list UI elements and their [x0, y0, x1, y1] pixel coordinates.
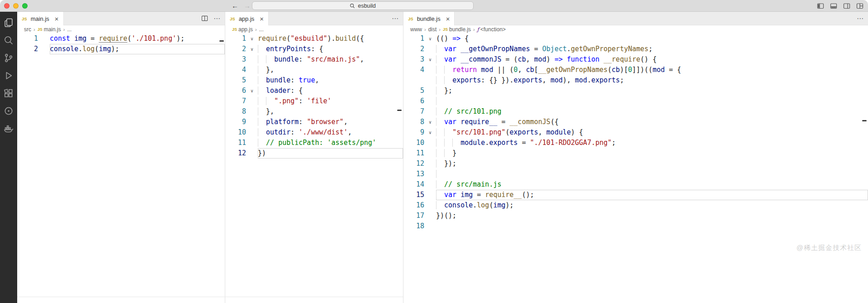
fold-chevron-icon[interactable]: ∨: [424, 54, 436, 65]
code-line[interactable]: 1∨require("esbuild").build({: [225, 34, 403, 44]
activitybar-remote-explorer[interactable]: [1, 102, 16, 120]
line-number[interactable]: 1: [225, 34, 246, 44]
toggle-secondary-sidebar-button[interactable]: [843, 2, 850, 10]
more-actions-icon[interactable]: ⋯: [213, 14, 220, 23]
tab-main-js[interactable]: JS main.js ×: [17, 12, 64, 25]
code-line[interactable]: 7 // src/101.png: [403, 106, 868, 117]
zoom-window-button[interactable]: [22, 3, 28, 9]
breadcrumb-item[interactable]: src: [24, 26, 31, 33]
code-line[interactable]: 4 },: [225, 65, 403, 75]
code-line[interactable]: 5 };: [403, 86, 868, 96]
activitybar-run-debug[interactable]: [1, 67, 16, 84]
toggle-panel-button[interactable]: [830, 2, 837, 10]
line-number[interactable]: 1: [17, 34, 38, 44]
line-number[interactable]: 6: [403, 96, 424, 106]
fold-chevron-icon[interactable]: ∨: [246, 86, 258, 96]
code-line[interactable]: 8∨ var require__ = __commonJS({: [403, 117, 868, 127]
code-line[interactable]: 15 var img = require__();: [403, 190, 868, 200]
code-line[interactable]: 17})();: [403, 211, 868, 221]
back-button[interactable]: ←: [232, 2, 238, 10]
line-number[interactable]: 17: [403, 211, 424, 221]
breadcrumb-item[interactable]: main.js: [44, 26, 61, 33]
activitybar-source-control[interactable]: [1, 49, 16, 67]
more-actions-icon[interactable]: ⋯: [857, 14, 863, 23]
code-line[interactable]: exports: {} }).exports, mod), mod.export…: [403, 75, 868, 86]
customize-layout-button[interactable]: [856, 2, 863, 10]
code-line[interactable]: 10 module.exports = "./101-RDO2GGA7.png"…: [403, 138, 868, 148]
code-line[interactable]: 9∨ "src/101.png"(exports, module) {: [403, 127, 868, 138]
code-line[interactable]: 2console.log(img);: [17, 44, 225, 54]
code-line[interactable]: 13: [403, 169, 868, 179]
line-number[interactable]: 9: [225, 117, 246, 127]
code-line[interactable]: 2∨ entryPoints: {: [225, 44, 403, 54]
line-number[interactable]: 8: [403, 117, 424, 127]
fold-chevron-icon[interactable]: ∨: [246, 34, 258, 44]
line-number[interactable]: 3: [225, 54, 246, 65]
line-number[interactable]: 2: [403, 44, 424, 54]
line-number[interactable]: 4: [403, 65, 424, 75]
line-number[interactable]: [403, 75, 424, 86]
code-line[interactable]: 3 bundle: "src/main.js",: [225, 54, 403, 65]
breadcrumb-item[interactable]: ...: [259, 26, 264, 33]
line-number[interactable]: 18: [403, 221, 424, 231]
minimize-window-button[interactable]: [13, 3, 19, 9]
code-line[interactable]: 4 return mod || (0, cb[__getOwnPropNames…: [403, 65, 868, 75]
activitybar-explorer[interactable]: [1, 14, 16, 31]
code-line[interactable]: 12 });: [403, 159, 868, 169]
line-number[interactable]: 7: [225, 96, 246, 106]
code-line[interactable]: 12}): [225, 148, 403, 159]
code-line[interactable]: 7 ".png": 'file': [225, 96, 403, 106]
line-number[interactable]: 4: [225, 65, 246, 75]
code-line[interactable]: 6∨ loader: {: [225, 86, 403, 96]
close-tab-icon[interactable]: ×: [55, 15, 59, 22]
line-number[interactable]: 15: [403, 190, 424, 200]
line-number[interactable]: 11: [403, 148, 424, 159]
line-number[interactable]: 2: [17, 44, 38, 54]
line-number[interactable]: 8: [225, 106, 246, 117]
code-line[interactable]: 1const img = require('./101.png');: [17, 34, 225, 44]
code-line[interactable]: 1∨(() => {: [403, 34, 868, 44]
more-actions-icon[interactable]: ⋯: [392, 14, 398, 23]
line-number[interactable]: 9: [403, 127, 424, 138]
code-line[interactable]: 3∨ var __commonJS = (cb, mod) => functio…: [403, 54, 868, 65]
code-editor-main-js[interactable]: 1const img = require('./101.png');2conso…: [17, 34, 225, 303]
close-tab-icon[interactable]: ×: [260, 15, 264, 22]
breadcrumb-item[interactable]: <function>: [480, 26, 506, 33]
breadcrumb-item[interactable]: dist: [428, 26, 437, 33]
line-number[interactable]: 10: [225, 127, 246, 138]
code-line[interactable]: 18: [403, 221, 868, 231]
activitybar-extensions[interactable]: [1, 84, 16, 102]
code-line[interactable]: 5 bundle: true,: [225, 75, 403, 86]
close-window-button[interactable]: [4, 3, 9, 9]
activitybar-search[interactable]: [1, 31, 16, 49]
breadcrumb-item[interactable]: ...: [67, 26, 71, 33]
code-line[interactable]: 2 var __getOwnPropNames = Object.getOwnP…: [403, 44, 868, 54]
line-number[interactable]: 14: [403, 179, 424, 190]
code-line[interactable]: 11 // publicPath: 'assets/png': [225, 138, 403, 148]
code-line[interactable]: 6: [403, 96, 868, 106]
tab-app-js[interactable]: JS app.js ×: [225, 12, 269, 25]
line-number[interactable]: 3: [403, 54, 424, 65]
line-number[interactable]: 1: [403, 34, 424, 44]
line-number[interactable]: 2: [225, 44, 246, 54]
line-number[interactable]: 5: [225, 75, 246, 86]
fold-chevron-icon[interactable]: ∨: [424, 34, 436, 44]
breadcrumb-item[interactable]: app.js: [238, 26, 253, 33]
forward-button[interactable]: →: [244, 2, 251, 10]
line-number[interactable]: 11: [225, 138, 246, 148]
code-editor-app-js[interactable]: 1∨require("esbuild").build({2∨ entryPoin…: [225, 34, 403, 303]
command-center-search[interactable]: esbuild: [252, 1, 474, 10]
line-number[interactable]: 13: [403, 169, 424, 179]
code-editor-bundle-js[interactable]: 1∨(() => {2 var __getOwnPropNames = Obje…: [403, 34, 868, 303]
split-editor-icon[interactable]: [201, 15, 208, 22]
breadcrumb-item[interactable]: bundle.js: [449, 26, 471, 33]
close-tab-icon[interactable]: ×: [446, 15, 450, 22]
code-line[interactable]: 11 }: [403, 148, 868, 159]
line-number[interactable]: 10: [403, 138, 424, 148]
code-line[interactable]: 8 },: [225, 106, 403, 117]
line-number[interactable]: 6: [225, 86, 246, 96]
code-line[interactable]: 14 // src/main.js: [403, 179, 868, 190]
line-number[interactable]: 5: [403, 86, 424, 96]
code-line[interactable]: 10 outdir: './www/dist',: [225, 127, 403, 138]
fold-chevron-icon[interactable]: ∨: [246, 44, 258, 54]
